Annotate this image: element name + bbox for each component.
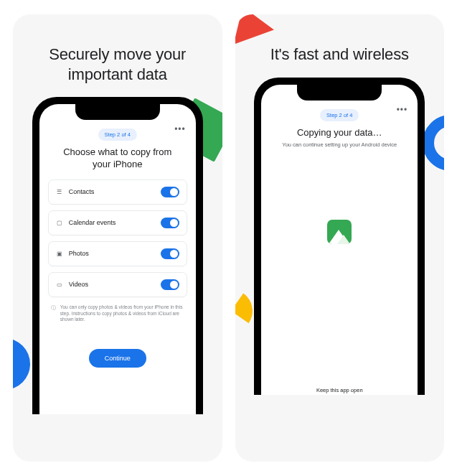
toggle-row-calendar[interactable]: ▢ Calendar events <box>48 210 187 235</box>
toggle-switch[interactable] <box>161 187 179 197</box>
overflow-menu-icon[interactable]: ••• <box>174 124 186 134</box>
decorative-blue-ring <box>423 115 444 171</box>
panel-title-left: Securely move your important data <box>13 45 222 84</box>
phone-notch <box>75 104 160 120</box>
info-note-text: You can only copy photos & videos from y… <box>60 304 184 323</box>
phone-notch <box>297 85 382 101</box>
screen-title: Copying your data… <box>287 127 392 139</box>
marketing-panel-right: It's fast and wireless ••• Step 2 of 4 C… <box>235 14 445 462</box>
toggle-row-videos[interactable]: ▭ Videos <box>48 272 187 297</box>
photos-icon: ▣ <box>56 250 63 257</box>
info-note: ⓘ You can only copy photos & videos from… <box>48 304 187 323</box>
toggle-label: Videos <box>69 281 161 288</box>
toggle-label: Calendar events <box>69 219 161 226</box>
decorative-blue-circle <box>13 338 30 390</box>
toggle-switch[interactable] <box>161 279 179 290</box>
panel-title-right: It's fast and wireless <box>249 45 430 65</box>
screen-subtitle: You can continue setting up your Android… <box>276 141 402 148</box>
phone-mockup-right: ••• Step 2 of 4 Copying your data… You c… <box>254 78 425 395</box>
continue-button[interactable]: Continue <box>89 349 146 368</box>
info-icon: ⓘ <box>51 304 56 323</box>
copy-items-list: ☰ Contacts ▢ Calendar events ▣ Photos <box>48 179 187 297</box>
decorative-yellow-wedge <box>235 286 256 336</box>
calendar-icon: ▢ <box>56 219 63 226</box>
decorative-red-triangle <box>235 14 274 45</box>
screen-title: Choose what to copy from your iPhone <box>48 146 187 171</box>
overflow-menu-icon[interactable]: ••• <box>397 105 408 115</box>
toggle-row-contacts[interactable]: ☰ Contacts <box>48 179 187 205</box>
step-badge: Step 2 of 4 <box>98 129 137 141</box>
toggle-label: Photos <box>69 250 161 257</box>
app-progress-icon <box>327 220 352 244</box>
toggle-switch[interactable] <box>161 248 179 259</box>
marketing-panel-left: Securely move your important data ••• St… <box>13 14 222 462</box>
toggle-row-photos[interactable]: ▣ Photos <box>48 241 187 266</box>
step-badge: Step 2 of 4 <box>320 109 359 121</box>
videos-icon: ▭ <box>56 281 63 288</box>
contacts-icon: ☰ <box>56 188 63 195</box>
phone-mockup-left: ••• Step 2 of 4 Choose what to copy from… <box>32 97 203 414</box>
toggle-switch[interactable] <box>161 218 179 228</box>
bottom-hint: Keep this app open <box>270 387 409 395</box>
toggle-label: Contacts <box>69 188 161 195</box>
